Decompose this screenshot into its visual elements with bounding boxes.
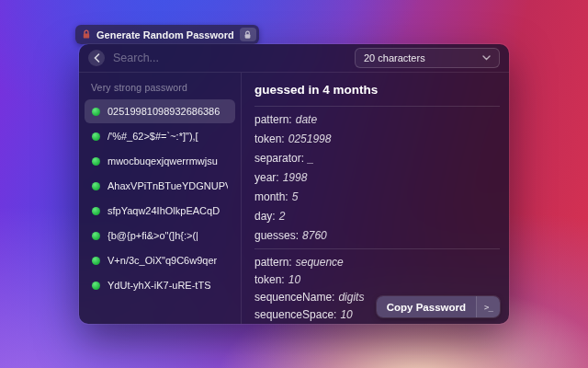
detail-value: 10 bbox=[340, 308, 352, 321]
detail-value: 8760 bbox=[302, 229, 327, 242]
green-dot-icon bbox=[92, 182, 100, 190]
detail-row: month:5 bbox=[254, 190, 500, 203]
password-text: 02519981098932686386 bbox=[107, 106, 220, 117]
password-text: V+n/3c_OiX"q9C6w9qer bbox=[107, 255, 217, 266]
chevron-left-icon bbox=[94, 53, 100, 63]
tag-lock-badge bbox=[240, 28, 256, 41]
detail-value: 2 bbox=[279, 210, 286, 223]
detail-row: guesses:8760 bbox=[254, 229, 500, 242]
detail-divider bbox=[254, 248, 500, 249]
enter-key-icon: >_ bbox=[476, 296, 500, 317]
window-body: Very strong password 0251998109893268638… bbox=[79, 73, 509, 324]
detail-label: token: bbox=[254, 132, 285, 145]
list-item[interactable]: mwocbuqexjqwerrmwjsu bbox=[85, 149, 235, 173]
detail-label: pattern: bbox=[254, 256, 292, 269]
green-dot-icon bbox=[92, 282, 100, 290]
password-text: YdUt-yhX-iK7-uRE-tTS bbox=[107, 280, 210, 291]
detail-label: guesses: bbox=[254, 229, 299, 242]
detail-label: month: bbox=[254, 190, 288, 203]
green-dot-icon bbox=[92, 157, 100, 166]
detail-row: day:2 bbox=[254, 210, 500, 223]
password-text: AhaxVPiTnBTueYDGNUPV bbox=[107, 180, 228, 191]
detail-value: date bbox=[296, 113, 317, 126]
detail-row: pattern:sequence bbox=[254, 256, 500, 269]
green-dot-icon bbox=[92, 257, 100, 265]
detail-label: sequenceSpace: bbox=[254, 308, 336, 321]
detail-row: pattern:date bbox=[254, 113, 500, 126]
character-count-dropdown[interactable]: 20 characters bbox=[355, 48, 500, 68]
detail-label: separator: bbox=[254, 152, 304, 165]
lock-icon bbox=[82, 29, 91, 40]
list-item[interactable]: {b@{p+fi&>o"(]h{:>(| bbox=[85, 224, 235, 247]
list-item[interactable]: AhaxVPiTnBTueYDGNUPV bbox=[85, 174, 235, 198]
back-button[interactable] bbox=[88, 50, 105, 66]
list-item[interactable]: 02519981098932686386 bbox=[85, 99, 235, 123]
search-input[interactable] bbox=[113, 52, 346, 64]
detail-title: guessed in 4 months bbox=[254, 80, 500, 103]
copy-password-button[interactable]: Copy Password >_ bbox=[377, 296, 500, 317]
detail-label: pattern: bbox=[254, 113, 292, 126]
green-dot-icon bbox=[92, 207, 100, 215]
detail-value: _ bbox=[308, 152, 314, 165]
list-item[interactable]: V+n/3c_OiX"q9C6w9qer bbox=[85, 248, 235, 272]
password-text: mwocbuqexjqwerrmwjsu bbox=[107, 155, 218, 167]
detail-value: 1998 bbox=[283, 171, 308, 184]
list-item[interactable]: sfpYaqw24IhOlkpEACqD bbox=[85, 199, 235, 223]
app-window: 20 characters Very strong password 02519… bbox=[79, 44, 509, 324]
detail-label: token: bbox=[254, 273, 285, 286]
detail-row: separator:_ bbox=[254, 152, 500, 165]
password-text: /'%#_62>$#=`~:*]"),[ bbox=[107, 131, 198, 142]
dropdown-value: 20 characters bbox=[364, 52, 425, 63]
green-dot-icon bbox=[92, 132, 100, 141]
search-bar: 20 characters bbox=[79, 44, 509, 72]
password-text: sfpYaqw24IhOlkpEACqD bbox=[107, 205, 220, 216]
detail-value: digits bbox=[338, 291, 364, 304]
detail-divider bbox=[254, 106, 500, 107]
detail-label: day: bbox=[254, 210, 276, 223]
command-tag[interactable]: Generate Random Password bbox=[75, 25, 259, 44]
green-dot-icon bbox=[92, 232, 100, 240]
green-dot-icon bbox=[92, 108, 100, 116]
lock-icon bbox=[243, 30, 252, 40]
detail-label: sequenceName: bbox=[254, 291, 334, 304]
detail-value: 10 bbox=[288, 273, 300, 286]
list-item[interactable]: YdUt-yhX-iK7-uRE-tTS bbox=[85, 273, 235, 297]
chevron-down-icon bbox=[482, 55, 491, 61]
command-tag-label: Generate Random Password bbox=[96, 29, 234, 40]
detail-value: sequence bbox=[296, 256, 344, 269]
detail-row: year:1998 bbox=[254, 171, 500, 184]
detail-value: 0251998 bbox=[288, 132, 332, 145]
password-list: Very strong password 0251998109893268638… bbox=[79, 73, 241, 324]
list-section-header: Very strong password bbox=[91, 82, 229, 93]
copy-password-label: Copy Password bbox=[377, 302, 476, 313]
detail-label: year: bbox=[254, 171, 279, 184]
detail-row: token:0251998 bbox=[254, 132, 500, 145]
detail-row: token:10 bbox=[254, 273, 500, 286]
list-item[interactable]: /'%#_62>$#=`~:*]"),[ bbox=[85, 124, 235, 148]
password-text: {b@{p+fi&>o"(]h{:>(| bbox=[107, 230, 198, 241]
detail-panel: guessed in 4 months pattern:date token:0… bbox=[242, 73, 509, 324]
detail-value: 5 bbox=[292, 190, 299, 203]
